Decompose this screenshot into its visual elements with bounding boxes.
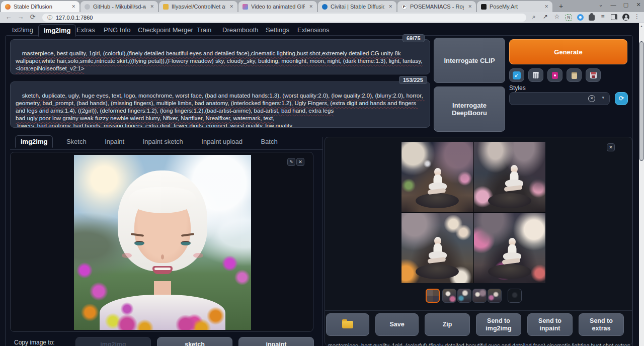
back-icon[interactable]: ← xyxy=(4,13,13,21)
save-button[interactable]: Save xyxy=(375,313,419,336)
extensions-puzzle-icon[interactable] xyxy=(589,15,595,21)
tab-extensions[interactable]: Extensions xyxy=(292,24,335,36)
remove-image-icon[interactable]: ✕ xyxy=(296,158,304,166)
generate-button[interactable]: Generate xyxy=(509,39,627,64)
tab-dreambooth[interactable]: Dreambooth xyxy=(217,24,264,36)
tab-close-icon[interactable]: ✕ xyxy=(228,4,234,9)
tab-checkpoint-merger[interactable]: Checkpoint Merger xyxy=(133,24,198,36)
subtab-sketch[interactable]: Sketch xyxy=(61,136,92,147)
generated-image-4[interactable] xyxy=(474,213,546,283)
gallery-thumbnail-3[interactable] xyxy=(457,289,471,303)
browser-tab-stable-diffusion[interactable]: Stable Diffusion ✕ xyxy=(1,1,79,12)
subtab-inpaint-sketch[interactable]: Inpaint sketch xyxy=(138,136,188,147)
window-close-icon[interactable]: ✕ xyxy=(634,2,642,8)
share-icon[interactable]: ↗ xyxy=(541,13,550,20)
address-bar[interactable]: ⓘ 127.0.0.1:7860 xyxy=(42,14,526,22)
browser-tab-gif-converter[interactable]: Video to animated GIF converter ✕ xyxy=(238,1,317,12)
close-gallery-icon[interactable]: ✕ xyxy=(607,143,615,151)
subtab-underline xyxy=(10,149,323,150)
tab-close-icon[interactable]: ✕ xyxy=(149,4,155,9)
save-style-button[interactable] xyxy=(586,68,601,82)
tab-close-icon[interactable]: ✕ xyxy=(308,4,314,9)
prompt-textarea[interactable]: masterpiece, best quality, 1girl, (color… xyxy=(10,39,430,74)
refresh-styles-button[interactable]: ⟳ xyxy=(615,92,628,105)
gallery-thumbnail-6[interactable] xyxy=(508,289,522,303)
negative-prompt-text: sketch, duplicate, ugly, huge eyes, text… xyxy=(16,93,425,128)
send-to-inpaint-button[interactable]: Send to inpaint xyxy=(527,313,573,336)
gallery-thumbnail-1-selected[interactable] xyxy=(426,289,440,303)
tab-txt2img[interactable]: txt2img xyxy=(7,24,38,36)
open-folder-button[interactable] xyxy=(326,313,369,336)
copy-to-sketch-button[interactable]: sketch xyxy=(157,337,232,346)
styles-dropdown[interactable]: ✕ ▾ xyxy=(509,92,610,105)
generated-image-2[interactable] xyxy=(474,142,546,212)
copy-to-img2img-button[interactable]: img2img xyxy=(75,337,151,346)
gallery-thumbnail-4[interactable] xyxy=(472,289,487,303)
site-info-icon[interactable]: ⓘ xyxy=(47,14,52,21)
send-to-extras-button[interactable]: Send to extras xyxy=(579,313,624,336)
negative-prompt-textarea[interactable]: sketch, duplicate, ugly, huge eyes, text… xyxy=(10,81,430,128)
new-tab-button[interactable]: + xyxy=(556,2,566,11)
page-zoom-icon[interactable]: ⌕ xyxy=(529,13,538,20)
minimize-icon[interactable]: — xyxy=(609,2,617,8)
browser-tab-controlnet[interactable]: Illyasviel/ControlNet at main ✕ xyxy=(159,1,237,12)
gif-converter-favicon xyxy=(243,4,248,10)
tab-img2img[interactable]: img2img xyxy=(38,24,76,37)
send-to-img2img-button[interactable]: Send to img2img xyxy=(476,313,521,336)
rock xyxy=(488,264,531,279)
tab-settings[interactable]: Settings xyxy=(261,24,294,36)
tab-close-icon[interactable]: ✕ xyxy=(543,4,549,9)
extension-n-icon[interactable]: N xyxy=(566,14,572,21)
generated-image-3[interactable] xyxy=(401,213,473,283)
gallery-thumbnail-5[interactable] xyxy=(488,289,502,303)
page-scrollbar[interactable]: ▲ xyxy=(639,23,644,346)
tab-title: Civitai | Stable Diffusion models xyxy=(331,4,384,10)
img2img-subtabs: img2img Sketch Inpaint Inpaint sketch In… xyxy=(10,137,248,150)
extra-networks-button[interactable] xyxy=(547,68,562,82)
prompt-text: masterpiece, best quality, 1girl, (color… xyxy=(16,50,423,71)
browser-tab-posemyart[interactable]: PoseMy.Art ✕ xyxy=(477,1,552,12)
tab-close-icon[interactable]: ✕ xyxy=(70,4,76,9)
source-image[interactable] xyxy=(74,155,251,330)
tab-close-icon[interactable]: ✕ xyxy=(467,4,473,9)
browser-menu-icon[interactable]: ⋮ xyxy=(632,13,641,20)
subtab-inpaint-upload[interactable]: Inpaint upload xyxy=(196,136,248,147)
copy-to-inpaint-button[interactable]: inpaint xyxy=(238,337,314,346)
zip-button[interactable]: Zip xyxy=(425,313,470,336)
github-favicon xyxy=(85,4,90,10)
maximize-icon[interactable]: ▢ xyxy=(622,2,630,8)
bookmark-star-icon[interactable]: ☆ xyxy=(552,13,561,20)
tab-search-icon[interactable]: ⌄ xyxy=(597,2,605,8)
generated-image-1[interactable] xyxy=(401,142,473,212)
tab-close-icon[interactable]: ✕ xyxy=(387,4,393,9)
rock xyxy=(416,264,459,279)
reading-list-icon[interactable]: ≡ xyxy=(598,13,607,20)
styles-label: Styles xyxy=(509,84,526,92)
forward-icon[interactable]: → xyxy=(16,13,25,21)
seated-girl-figure xyxy=(503,165,525,192)
tab-train[interactable]: Train xyxy=(192,24,216,36)
gallery-thumbnail-2[interactable] xyxy=(442,289,456,303)
paste-params-button[interactable]: ↙ xyxy=(509,68,524,82)
browser-tab-civitai[interactable]: Civitai | Stable Diffusion models ✕ xyxy=(318,1,396,12)
scrollbar-thumb[interactable] xyxy=(639,41,643,161)
generated-image-grid[interactable] xyxy=(401,142,545,283)
extension-blue-icon[interactable] xyxy=(577,14,584,21)
tab-png-info[interactable]: PNG Info xyxy=(99,24,135,36)
img2img-image-editor[interactable]: ✎ ✕ xyxy=(10,152,313,332)
clear-prompt-button[interactable] xyxy=(528,68,543,82)
reload-icon[interactable]: ⟳ xyxy=(28,13,37,21)
subtab-img2img[interactable]: img2img xyxy=(15,135,53,148)
browser-tab-github[interactable]: GitHub - Mikubill/sd-webui-con ✕ xyxy=(80,1,158,12)
browser-tab-posemaniacs[interactable]: P POSEMANIACS - Royalty free 3 ✕ xyxy=(397,1,476,12)
interrogate-clip-button[interactable]: Interrogate CLIP xyxy=(434,38,505,83)
profile-avatar[interactable] xyxy=(622,14,629,21)
subtab-inpaint[interactable]: Inpaint xyxy=(100,136,129,147)
apply-style-button[interactable] xyxy=(567,68,582,82)
interrogate-deepbooru-button[interactable]: Interrogate DeepBooru xyxy=(434,86,505,132)
edit-image-icon[interactable]: ✎ xyxy=(287,158,295,166)
scrollbar-up-icon[interactable]: ▲ xyxy=(639,25,644,28)
subtab-batch[interactable]: Batch xyxy=(256,136,282,147)
clear-styles-icon[interactable]: ✕ xyxy=(588,95,595,102)
side-panel-icon[interactable] xyxy=(611,14,617,20)
